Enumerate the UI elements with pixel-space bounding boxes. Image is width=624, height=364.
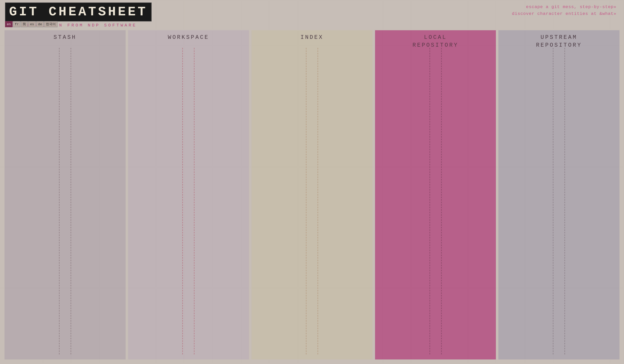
workspace-dashed-left: [182, 48, 183, 354]
top-links: escape a git mess, step-by-step» discove…: [512, 4, 616, 17]
column-local-repository: LOCALREPOSITORY: [375, 30, 496, 359]
lang-es[interactable]: es: [28, 21, 36, 27]
character-entities-link[interactable]: discover character entities at &what»: [512, 10, 616, 17]
upstream-dashed-left: [553, 48, 553, 354]
index-dashed-right: [318, 48, 318, 354]
lang-de[interactable]: de: [36, 21, 44, 27]
upstream-repo-title: UPSTREAMREPOSITORY: [536, 34, 582, 49]
upstream-dashed-right: [564, 48, 565, 354]
lang-en[interactable]: en: [5, 21, 13, 27]
git-mess-link[interactable]: escape a git mess, step-by-step»: [512, 4, 616, 10]
index-title: INDEX: [300, 34, 323, 42]
stash-title: STASH: [53, 34, 76, 42]
column-upstream-repository: UPSTREAMREPOSITORY: [498, 30, 619, 359]
local-repo-title: LOCALREPOSITORY: [413, 34, 459, 49]
stash-dashed-left: [59, 48, 60, 354]
language-bar: en fr 简 es de 한국어: [5, 21, 58, 27]
app-title: GIT CHEATSHEET: [5, 3, 152, 21]
local-dashed-left: [430, 48, 430, 354]
column-stash: STASH: [5, 30, 126, 359]
column-index: INDEX: [251, 30, 373, 359]
lang-fr[interactable]: fr: [13, 21, 21, 27]
workspace-title: WORKSPACE: [168, 34, 209, 42]
workspace-dashed-right: [194, 48, 194, 354]
index-dashed-left: [306, 48, 306, 354]
column-workspace: WORKSPACE: [128, 30, 249, 359]
lang-ko[interactable]: 한국어: [44, 21, 58, 27]
stash-dashed-right: [71, 48, 71, 354]
lang-zh[interactable]: 简: [21, 21, 28, 27]
columns-container: STASH WORKSPACE INDEX LOCALREPOSITORY UP…: [0, 27, 624, 364]
local-dashed-right: [441, 48, 442, 354]
